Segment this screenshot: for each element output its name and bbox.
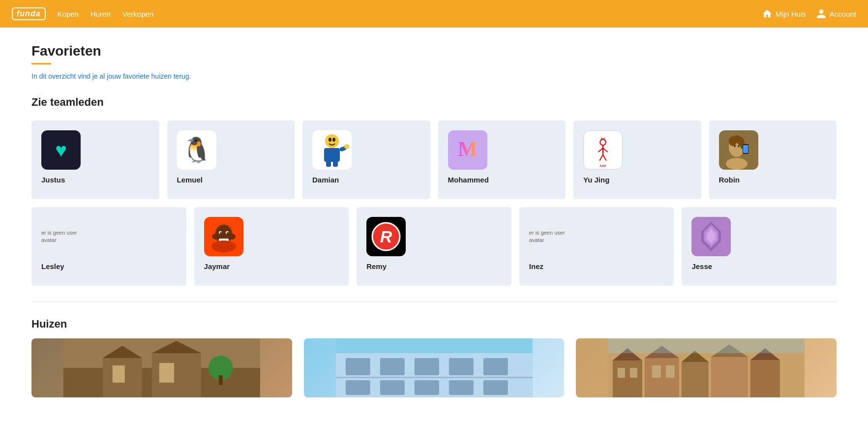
svg-point-41 bbox=[227, 232, 229, 234]
house-image-1 bbox=[31, 338, 292, 397]
m-logo-icon: M bbox=[448, 130, 487, 170]
team-card-jaymar[interactable]: Jaymar bbox=[194, 207, 349, 286]
nav-kopen[interactable]: Kopen bbox=[58, 10, 79, 18]
svg-rect-67 bbox=[449, 358, 473, 375]
svg-text:AFC: AFC bbox=[600, 138, 605, 140]
house-image-2 bbox=[304, 338, 565, 397]
robin-photo-icon bbox=[719, 130, 758, 170]
member-name-lemuel: Lemuel bbox=[177, 176, 203, 184]
team-card-yujing[interactable]: AFC AJAX Yu Jing bbox=[573, 120, 701, 199]
svg-rect-57 bbox=[159, 363, 174, 383]
avatar-inez: er is geen user avatar bbox=[529, 217, 569, 256]
mijn-huis-label: Mijn Huis bbox=[776, 10, 806, 18]
svg-point-6 bbox=[344, 144, 349, 149]
lesley-no-avatar: er is geen user avatar bbox=[41, 229, 81, 244]
member-name-inez: Inez bbox=[529, 262, 543, 271]
svg-rect-76 bbox=[613, 361, 642, 397]
account-label: Account bbox=[830, 10, 856, 18]
team-grid-row1: ♥ Justus 🐧 Lemuel bbox=[31, 120, 837, 199]
avatar-mohammed: M bbox=[448, 130, 487, 170]
svg-point-35 bbox=[212, 234, 220, 240]
svg-rect-7 bbox=[326, 160, 331, 167]
team-card-jesse[interactable]: Jesse bbox=[682, 207, 837, 286]
huizen-card-2[interactable] bbox=[304, 338, 565, 397]
avatar-lesley: er is geen user avatar bbox=[41, 217, 81, 256]
svg-point-36 bbox=[228, 234, 236, 240]
home-icon bbox=[762, 8, 773, 19]
team-card-damian[interactable]: Damian bbox=[302, 120, 430, 199]
team-card-robin[interactable]: Robin bbox=[709, 120, 837, 199]
svg-rect-86 bbox=[618, 368, 625, 378]
team-section-title: Zie teamleden bbox=[31, 96, 837, 109]
jesse-avatar-icon bbox=[691, 217, 731, 256]
remy-logo-icon: R bbox=[369, 219, 403, 254]
svg-rect-89 bbox=[666, 365, 675, 378]
svg-rect-61 bbox=[219, 375, 223, 385]
svg-rect-80 bbox=[682, 362, 709, 397]
svg-rect-87 bbox=[630, 368, 637, 378]
huizen-card-3[interactable] bbox=[576, 338, 837, 397]
team-card-remy[interactable]: R Remy bbox=[357, 207, 511, 286]
huizen-section-title: Huizen bbox=[31, 318, 837, 331]
account-icon bbox=[816, 8, 827, 19]
avatar-robin bbox=[719, 130, 758, 170]
avatar-yujing: AFC AJAX bbox=[583, 130, 623, 170]
account-button[interactable]: Account bbox=[816, 8, 856, 19]
svg-rect-82 bbox=[711, 357, 748, 397]
member-name-lesley: Lesley bbox=[41, 262, 64, 271]
svg-point-2 bbox=[329, 138, 331, 142]
inez-no-avatar: er is geen user avatar bbox=[529, 229, 569, 244]
team-card-lemuel[interactable]: 🐧 Lemuel bbox=[167, 120, 295, 199]
member-name-jesse: Jesse bbox=[691, 262, 712, 271]
navbar-left: funda Kopen Huren Verkopen bbox=[12, 7, 153, 20]
svg-rect-73 bbox=[483, 380, 508, 395]
member-name-yujing: Yu Jing bbox=[583, 176, 609, 184]
svg-rect-71 bbox=[414, 380, 439, 395]
heart-icon: ♥ bbox=[55, 139, 67, 161]
team-card-mohammed[interactable]: M Mohammed bbox=[438, 120, 566, 199]
svg-text:AJAX: AJAX bbox=[600, 165, 607, 167]
section-divider bbox=[31, 301, 837, 302]
member-name-jaymar: Jaymar bbox=[204, 262, 230, 271]
nav-huren[interactable]: Huren bbox=[90, 10, 111, 18]
avatar-damian bbox=[312, 130, 352, 170]
svg-rect-88 bbox=[652, 365, 661, 378]
svg-point-3 bbox=[332, 138, 335, 142]
svg-rect-56 bbox=[113, 365, 125, 383]
team-card-justus[interactable]: ♥ Justus bbox=[31, 120, 159, 199]
avatar-remy: R bbox=[366, 217, 406, 256]
nav-verkopen[interactable]: Verkopen bbox=[122, 10, 153, 18]
jaymar-photo-icon bbox=[204, 217, 243, 256]
team-card-inez[interactable]: er is geen user avatar Inez bbox=[519, 207, 674, 286]
svg-point-29 bbox=[734, 145, 736, 147]
svg-text:M: M bbox=[458, 138, 478, 160]
team-grid-row2: er is geen user avatar Lesley bbox=[31, 207, 837, 286]
vault-boy-icon bbox=[312, 130, 352, 170]
svg-point-1 bbox=[325, 134, 339, 148]
avatar-justus: ♥ bbox=[41, 130, 81, 170]
svg-rect-28 bbox=[743, 145, 748, 153]
svg-rect-68 bbox=[483, 358, 508, 375]
house-image-3 bbox=[576, 338, 837, 397]
avatar-lemuel: 🐧 bbox=[177, 130, 216, 170]
funda-logo[interactable]: funda bbox=[12, 7, 46, 20]
ajax-logo-icon: AFC AJAX bbox=[584, 130, 622, 170]
svg-text:R: R bbox=[380, 227, 392, 246]
member-name-damian: Damian bbox=[312, 176, 339, 184]
main-content: Favorieten In dit overzicht vind je al j… bbox=[0, 28, 868, 413]
svg-rect-72 bbox=[449, 380, 473, 395]
mijn-huis-button[interactable]: Mijn Huis bbox=[762, 8, 806, 19]
svg-rect-84 bbox=[750, 360, 780, 397]
huizen-grid bbox=[31, 338, 837, 397]
navbar-right: Mijn Huis Account bbox=[762, 8, 856, 19]
svg-rect-66 bbox=[414, 358, 439, 375]
svg-rect-64 bbox=[345, 358, 370, 375]
svg-rect-65 bbox=[380, 358, 404, 375]
svg-point-42 bbox=[211, 241, 236, 252]
member-name-justus: Justus bbox=[41, 176, 65, 184]
svg-rect-8 bbox=[333, 160, 338, 167]
page-subtitle: In dit overzicht vind je al jouw favorie… bbox=[31, 72, 837, 80]
member-name-mohammed: Mohammed bbox=[448, 176, 489, 184]
team-card-lesley[interactable]: er is geen user avatar Lesley bbox=[31, 207, 186, 286]
huizen-card-1[interactable] bbox=[31, 338, 292, 397]
